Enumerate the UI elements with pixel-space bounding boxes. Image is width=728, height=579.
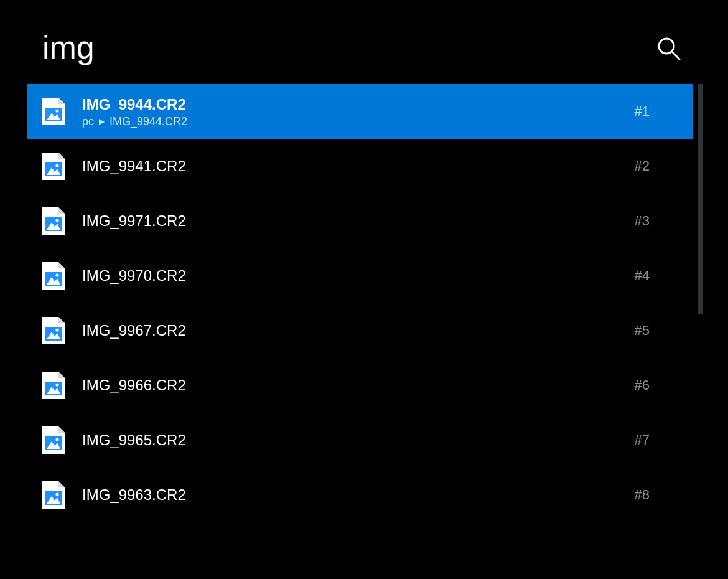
result-title: IMG_9970.CR2 [82, 266, 625, 285]
scrollbar-thumb[interactable] [698, 84, 703, 314]
result-rank: #3 [625, 213, 650, 229]
svg-point-36 [55, 438, 58, 441]
result-row[interactable]: IMG_9941.CR2 #2 [27, 139, 693, 194]
svg-point-11 [55, 164, 58, 167]
image-file-icon [42, 262, 65, 290]
result-rank: #7 [625, 432, 650, 448]
result-text: IMG_9966.CR2 [82, 376, 625, 395]
result-title: IMG_9941.CR2 [82, 157, 625, 176]
image-file-icon [42, 207, 65, 235]
result-rank: #2 [625, 158, 650, 174]
svg-point-26 [55, 329, 58, 332]
svg-marker-33 [58, 426, 65, 433]
chevron-right-icon: ▶ [99, 117, 105, 126]
svg-marker-18 [58, 262, 65, 268]
image-file-icon [42, 98, 65, 125]
results-inner: IMG_9944.CR2 pc ▶ IMG_9944.CR2 #1 [27, 84, 728, 579]
image-file-icon [42, 372, 65, 399]
results-list: IMG_9944.CR2 pc ▶ IMG_9944.CR2 #1 [0, 84, 728, 579]
result-text: IMG_9944.CR2 pc ▶ IMG_9944.CR2 [82, 95, 625, 128]
result-rank: #5 [625, 322, 650, 339]
result-row[interactable]: IMG_9963.CR2 #8 [27, 468, 693, 522]
result-title: IMG_9966.CR2 [82, 376, 625, 395]
result-title: IMG_9965.CR2 [82, 431, 625, 450]
svg-point-6 [55, 110, 58, 113]
result-row[interactable]: IMG_9967.CR2 #5 [27, 303, 693, 358]
svg-marker-13 [58, 207, 65, 214]
result-title: IMG_9944.CR2 [82, 95, 625, 114]
result-rank: #4 [625, 268, 650, 284]
svg-marker-23 [58, 317, 65, 323]
svg-point-41 [55, 493, 58, 496]
search-launcher: IMG_9944.CR2 pc ▶ IMG_9944.CR2 #1 [0, 0, 728, 579]
result-text: IMG_9965.CR2 [82, 431, 625, 450]
search-input-wrap [42, 30, 643, 65]
svg-marker-8 [58, 153, 65, 159]
result-row[interactable]: IMG_9965.CR2 #7 [27, 413, 693, 468]
result-rank: #8 [625, 487, 650, 503]
result-row[interactable]: IMG_9971.CR2 #3 [27, 194, 693, 248]
svg-line-1 [672, 52, 679, 59]
svg-point-21 [55, 274, 58, 277]
path-leaf: IMG_9944.CR2 [110, 115, 187, 128]
result-rank: #6 [625, 377, 650, 393]
svg-point-31 [55, 384, 58, 387]
result-text: IMG_9971.CR2 [82, 212, 625, 230]
result-row[interactable]: IMG_9944.CR2 pc ▶ IMG_9944.CR2 #1 [27, 84, 693, 139]
result-title: IMG_9963.CR2 [82, 486, 625, 504]
result-text: IMG_9967.CR2 [82, 321, 625, 340]
svg-marker-28 [58, 372, 65, 378]
result-row[interactable]: IMG_9970.CR2 #4 [27, 248, 693, 303]
svg-point-16 [55, 219, 58, 222]
path-root: pc [82, 115, 94, 128]
image-file-icon [42, 317, 65, 344]
result-text: IMG_9941.CR2 [82, 157, 625, 176]
search-bar [0, 0, 728, 84]
image-file-icon [42, 481, 65, 509]
result-path: pc ▶ IMG_9944.CR2 [82, 115, 625, 128]
image-file-icon [42, 153, 65, 180]
result-row[interactable]: IMG_9966.CR2 #6 [27, 358, 693, 413]
result-title: IMG_9971.CR2 [82, 212, 625, 230]
result-rank: #1 [625, 103, 650, 120]
svg-marker-38 [58, 481, 65, 487]
result-title: IMG_9967.CR2 [82, 321, 625, 340]
result-text: IMG_9970.CR2 [82, 266, 625, 285]
image-file-icon [42, 426, 65, 454]
search-input[interactable] [42, 30, 643, 65]
svg-marker-3 [58, 98, 65, 104]
result-text: IMG_9963.CR2 [82, 486, 625, 504]
search-icon[interactable] [656, 35, 681, 60]
